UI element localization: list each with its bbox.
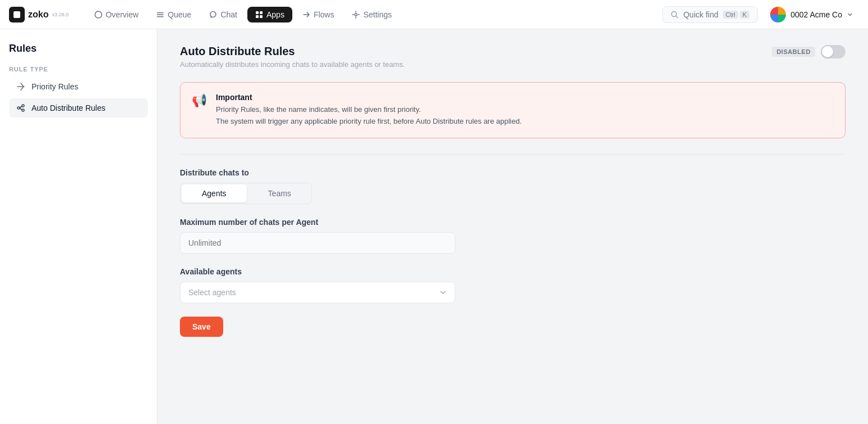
sidebar: Rules RULE TYPE Priority Rules Auto Dist… <box>0 29 157 424</box>
svg-rect-4 <box>157 16 164 17</box>
page-title: Auto Distribute Rules <box>180 45 405 58</box>
toggle-area: DISABLED <box>772 45 846 58</box>
nav-chat[interactable]: Chat <box>201 7 245 22</box>
nav-overview[interactable]: Overview <box>87 7 146 22</box>
svg-rect-7 <box>260 11 263 14</box>
logo-icon <box>9 7 25 22</box>
keyboard-shortcut: Ctrl K <box>723 11 749 19</box>
account-avatar <box>770 7 786 22</box>
svg-point-11 <box>672 11 677 16</box>
nav-right: Quick find Ctrl K 0002 Acme Co <box>662 4 859 25</box>
divider <box>180 154 846 155</box>
svg-rect-0 <box>13 11 20 18</box>
quick-find-button[interactable]: Quick find Ctrl K <box>662 6 758 23</box>
available-agents-label: Available agents <box>180 267 846 276</box>
notice-icon: 📢 <box>192 93 207 128</box>
disabled-badge: DISABLED <box>772 47 815 57</box>
sidebar-title: Rules <box>9 43 148 55</box>
sidebar-item-auto-distribute[interactable]: Auto Distribute Rules <box>9 98 148 118</box>
auto-distribute-icon <box>16 103 26 113</box>
svg-point-12 <box>17 107 20 109</box>
app-name: zoko <box>28 10 48 20</box>
chevron-down-icon <box>439 288 447 296</box>
tab-agents[interactable]: Agents <box>182 184 247 202</box>
svg-point-1 <box>95 11 102 18</box>
page-subtitle: Automatically distributes incoming chats… <box>180 60 405 69</box>
account-menu[interactable]: 0002 Acme Co <box>765 4 859 25</box>
notice-text: Priority Rules, like the name indicates,… <box>216 104 522 128</box>
tab-teams[interactable]: Teams <box>248 183 311 204</box>
enable-toggle[interactable] <box>821 45 846 58</box>
svg-rect-3 <box>157 14 164 15</box>
rule-type-label: RULE TYPE <box>9 66 148 73</box>
nav-flows[interactable]: Flows <box>295 7 342 22</box>
agents-select[interactable]: Select agents <box>180 282 455 303</box>
main-content: Auto Distribute Rules Automatically dist… <box>157 29 868 424</box>
chevron-down-icon <box>847 11 853 18</box>
svg-point-10 <box>355 13 357 16</box>
max-chats-label: Maximum number of chats per Agent <box>180 218 846 227</box>
page-title-area: Auto Distribute Rules Automatically dist… <box>180 45 405 69</box>
svg-rect-6 <box>256 11 259 14</box>
nav-queue[interactable]: Queue <box>148 7 199 22</box>
nav-settings[interactable]: Settings <box>344 7 400 22</box>
max-chats-section: Maximum number of chats per Agent <box>180 218 846 254</box>
svg-rect-9 <box>260 15 263 18</box>
distribute-chats-label: Distribute chats to <box>180 168 846 177</box>
sidebar-item-priority-rules[interactable]: Priority Rules <box>9 77 148 96</box>
max-chats-input[interactable] <box>180 232 455 254</box>
svg-rect-8 <box>256 15 259 18</box>
notice-title: Important <box>216 93 522 102</box>
svg-rect-2 <box>157 12 164 13</box>
nav-apps[interactable]: Apps <box>247 7 292 22</box>
top-navigation: zoko v3.28.0 Overview Queue Chat Apps Fl… <box>0 0 868 29</box>
distribute-tab-group: Agents Teams <box>180 183 312 204</box>
page-layout: Rules RULE TYPE Priority Rules Auto Dist… <box>0 0 868 424</box>
page-header: Auto Distribute Rules Automatically dist… <box>180 45 846 69</box>
important-notice: 📢 Important Priority Rules, like the nam… <box>180 82 846 138</box>
available-agents-section: Available agents Select agents <box>180 267 846 303</box>
nav-items: Overview Queue Chat Apps Flows Settings <box>87 7 658 22</box>
save-button[interactable]: Save <box>180 317 223 337</box>
distribute-chats-section: Distribute chats to Agents Teams <box>180 168 846 204</box>
notice-content: Important Priority Rules, like the name … <box>216 93 522 128</box>
priority-rules-icon <box>16 82 26 92</box>
logo[interactable]: zoko v3.28.0 <box>9 7 69 22</box>
app-version: v3.28.0 <box>52 12 69 17</box>
